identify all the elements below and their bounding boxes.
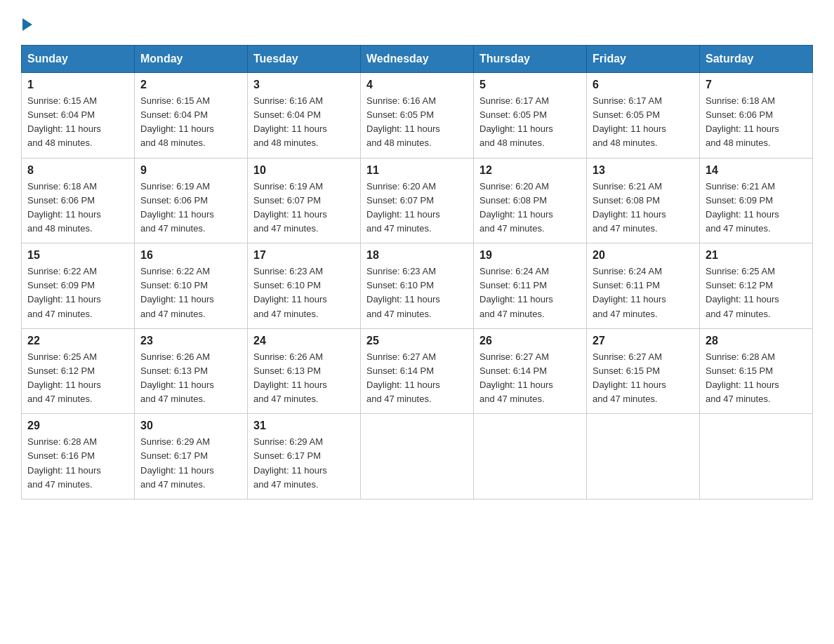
day-info: Sunrise: 6:23 AMSunset: 6:10 PMDaylight:…: [253, 264, 355, 321]
calendar-cell: 10Sunrise: 6:19 AMSunset: 6:07 PMDayligh…: [248, 158, 361, 243]
calendar-week-row: 8Sunrise: 6:18 AMSunset: 6:06 PMDaylight…: [22, 158, 813, 243]
day-number: 20: [593, 249, 694, 262]
day-number: 23: [140, 335, 241, 347]
day-info: Sunrise: 6:29 AMSunset: 6:17 PMDaylight:…: [140, 435, 241, 492]
day-info: Sunrise: 6:24 AMSunset: 6:11 PMDaylight:…: [593, 264, 694, 321]
day-info: Sunrise: 6:22 AMSunset: 6:10 PMDaylight:…: [140, 264, 241, 321]
day-info: Sunrise: 6:26 AMSunset: 6:13 PMDaylight:…: [253, 350, 355, 407]
calendar-cell: 26Sunrise: 6:27 AMSunset: 6:14 PMDayligh…: [474, 328, 587, 414]
day-info: Sunrise: 6:26 AMSunset: 6:13 PMDaylight:…: [140, 350, 241, 407]
day-number: 3: [253, 79, 355, 91]
calendar-week-row: 29Sunrise: 6:28 AMSunset: 6:16 PMDayligh…: [22, 414, 813, 499]
day-number: 12: [479, 164, 581, 177]
day-info: Sunrise: 6:27 AMSunset: 6:14 PMDaylight:…: [366, 350, 468, 407]
day-info: Sunrise: 6:17 AMSunset: 6:05 PMDaylight:…: [593, 94, 694, 151]
calendar-cell: [700, 414, 813, 499]
calendar-cell: 15Sunrise: 6:22 AMSunset: 6:09 PMDayligh…: [22, 243, 135, 329]
calendar-cell: 7Sunrise: 6:18 AMSunset: 6:06 PMDaylight…: [700, 73, 813, 159]
day-info: Sunrise: 6:20 AMSunset: 6:08 PMDaylight:…: [479, 180, 581, 236]
day-info: Sunrise: 6:16 AMSunset: 6:05 PMDaylight:…: [366, 94, 468, 151]
calendar-cell: 23Sunrise: 6:26 AMSunset: 6:13 PMDayligh…: [135, 328, 248, 414]
day-number: 21: [706, 249, 807, 262]
day-number: 2: [140, 79, 241, 91]
calendar-cell: 16Sunrise: 6:22 AMSunset: 6:10 PMDayligh…: [135, 243, 248, 329]
day-number: 26: [479, 335, 581, 347]
day-info: Sunrise: 6:18 AMSunset: 6:06 PMDaylight:…: [706, 94, 807, 151]
calendar-cell: 17Sunrise: 6:23 AMSunset: 6:10 PMDayligh…: [248, 243, 361, 329]
day-number: 14: [706, 164, 807, 177]
calendar-header-row: SundayMondayTuesdayWednesdayThursdayFrid…: [22, 46, 813, 73]
calendar-cell: 14Sunrise: 6:21 AMSunset: 6:09 PMDayligh…: [700, 158, 813, 243]
calendar-cell: 21Sunrise: 6:25 AMSunset: 6:12 PMDayligh…: [700, 243, 813, 329]
column-header-tuesday: Tuesday: [248, 46, 361, 73]
calendar-cell: 19Sunrise: 6:24 AMSunset: 6:11 PMDayligh…: [474, 243, 587, 329]
calendar-cell: 28Sunrise: 6:28 AMSunset: 6:15 PMDayligh…: [700, 328, 813, 414]
calendar-cell: 22Sunrise: 6:25 AMSunset: 6:12 PMDayligh…: [22, 328, 135, 414]
calendar-week-row: 1Sunrise: 6:15 AMSunset: 6:04 PMDaylight…: [22, 73, 813, 159]
day-info: Sunrise: 6:25 AMSunset: 6:12 PMDaylight:…: [706, 264, 807, 321]
calendar-cell: [474, 414, 587, 499]
calendar-cell: 20Sunrise: 6:24 AMSunset: 6:11 PMDayligh…: [587, 243, 700, 329]
day-number: 30: [140, 420, 241, 432]
day-info: Sunrise: 6:24 AMSunset: 6:11 PMDaylight:…: [479, 264, 581, 321]
day-info: Sunrise: 6:15 AMSunset: 6:04 PMDaylight:…: [27, 94, 128, 151]
day-info: Sunrise: 6:16 AMSunset: 6:04 PMDaylight:…: [253, 94, 355, 151]
day-number: 6: [593, 79, 694, 91]
column-header-thursday: Thursday: [474, 46, 587, 73]
day-number: 13: [593, 164, 694, 177]
day-info: Sunrise: 6:25 AMSunset: 6:12 PMDaylight:…: [27, 350, 128, 407]
calendar-cell: 13Sunrise: 6:21 AMSunset: 6:08 PMDayligh…: [587, 158, 700, 243]
calendar-cell: 29Sunrise: 6:28 AMSunset: 6:16 PMDayligh…: [22, 414, 135, 499]
day-number: 1: [27, 79, 128, 91]
day-number: 25: [366, 335, 468, 347]
column-header-sunday: Sunday: [22, 46, 135, 73]
calendar-cell: [587, 414, 700, 499]
column-header-wednesday: Wednesday: [361, 46, 474, 73]
day-number: 15: [27, 249, 128, 262]
day-number: 7: [706, 79, 807, 91]
calendar-cell: 18Sunrise: 6:23 AMSunset: 6:10 PMDayligh…: [361, 243, 474, 329]
logo: [21, 17, 32, 31]
page-header: [21, 17, 813, 31]
calendar-cell: 1Sunrise: 6:15 AMSunset: 6:04 PMDaylight…: [22, 73, 135, 159]
day-info: Sunrise: 6:28 AMSunset: 6:16 PMDaylight:…: [27, 435, 128, 492]
calendar-cell: 2Sunrise: 6:15 AMSunset: 6:04 PMDaylight…: [135, 73, 248, 159]
calendar-cell: 12Sunrise: 6:20 AMSunset: 6:08 PMDayligh…: [474, 158, 587, 243]
day-info: Sunrise: 6:27 AMSunset: 6:14 PMDaylight:…: [479, 350, 581, 407]
day-number: 24: [253, 335, 355, 347]
day-number: 11: [366, 164, 468, 177]
calendar-week-row: 15Sunrise: 6:22 AMSunset: 6:09 PMDayligh…: [22, 243, 813, 329]
day-info: Sunrise: 6:20 AMSunset: 6:07 PMDaylight:…: [366, 180, 468, 236]
day-number: 5: [479, 79, 581, 91]
day-number: 28: [706, 335, 807, 347]
calendar-cell: 25Sunrise: 6:27 AMSunset: 6:14 PMDayligh…: [361, 328, 474, 414]
day-number: 10: [253, 164, 355, 177]
calendar-table: SundayMondayTuesdayWednesdayThursdayFrid…: [21, 45, 813, 499]
column-header-monday: Monday: [135, 46, 248, 73]
calendar-cell: 24Sunrise: 6:26 AMSunset: 6:13 PMDayligh…: [248, 328, 361, 414]
day-info: Sunrise: 6:15 AMSunset: 6:04 PMDaylight:…: [140, 94, 241, 151]
calendar-cell: 4Sunrise: 6:16 AMSunset: 6:05 PMDaylight…: [361, 73, 474, 159]
calendar-cell: 5Sunrise: 6:17 AMSunset: 6:05 PMDaylight…: [474, 73, 587, 159]
day-info: Sunrise: 6:17 AMSunset: 6:05 PMDaylight:…: [479, 94, 581, 151]
day-info: Sunrise: 6:28 AMSunset: 6:15 PMDaylight:…: [706, 350, 807, 407]
day-number: 31: [253, 420, 355, 432]
day-number: 8: [27, 164, 128, 177]
day-number: 22: [27, 335, 128, 347]
calendar-cell: 8Sunrise: 6:18 AMSunset: 6:06 PMDaylight…: [22, 158, 135, 243]
day-number: 9: [140, 164, 241, 177]
calendar-week-row: 22Sunrise: 6:25 AMSunset: 6:12 PMDayligh…: [22, 328, 813, 414]
calendar-cell: 11Sunrise: 6:20 AMSunset: 6:07 PMDayligh…: [361, 158, 474, 243]
calendar-cell: 6Sunrise: 6:17 AMSunset: 6:05 PMDaylight…: [587, 73, 700, 159]
logo-arrow-icon: [22, 18, 32, 31]
calendar-cell: 27Sunrise: 6:27 AMSunset: 6:15 PMDayligh…: [587, 328, 700, 414]
calendar-cell: 30Sunrise: 6:29 AMSunset: 6:17 PMDayligh…: [135, 414, 248, 499]
day-info: Sunrise: 6:29 AMSunset: 6:17 PMDaylight:…: [253, 435, 355, 492]
day-number: 17: [253, 249, 355, 262]
calendar-cell: 9Sunrise: 6:19 AMSunset: 6:06 PMDaylight…: [135, 158, 248, 243]
day-number: 19: [479, 249, 581, 262]
calendar-cell: [361, 414, 474, 499]
calendar-cell: 31Sunrise: 6:29 AMSunset: 6:17 PMDayligh…: [248, 414, 361, 499]
day-info: Sunrise: 6:19 AMSunset: 6:06 PMDaylight:…: [140, 180, 241, 236]
day-info: Sunrise: 6:19 AMSunset: 6:07 PMDaylight:…: [253, 180, 355, 236]
